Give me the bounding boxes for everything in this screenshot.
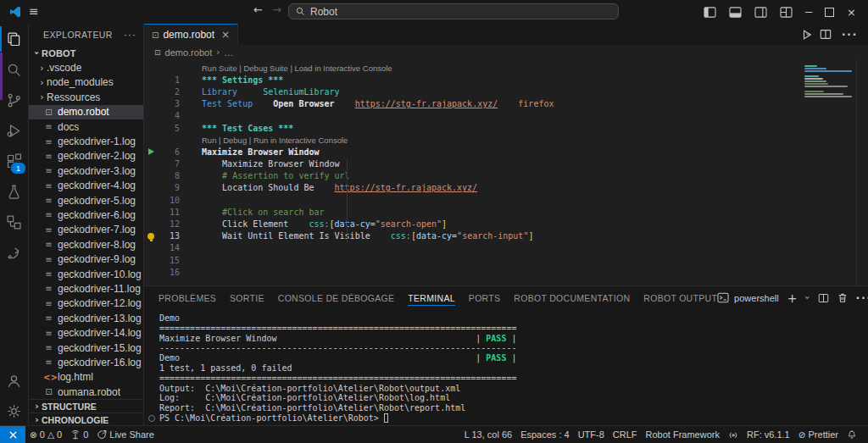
explorer-item-docs[interactable]: ≡docs bbox=[29, 119, 143, 134]
explorer-item-geckodriver-14-log[interactable]: ≡geckodriver-14.log bbox=[29, 325, 143, 340]
code-line[interactable]: 9 Location Should Be https://stg-fr.raja… bbox=[144, 182, 868, 194]
live-share-status[interactable]: Live Share bbox=[92, 426, 159, 443]
code-line[interactable]: 14 bbox=[144, 242, 868, 254]
run-test-icon[interactable] bbox=[148, 148, 154, 155]
activity-live-share[interactable] bbox=[0, 237, 28, 268]
panel-tab-robot-documentation[interactable]: ROBOT DOCUMENTATION bbox=[514, 286, 630, 309]
ports-status[interactable]: 0 bbox=[66, 426, 92, 443]
activity-testing[interactable] bbox=[0, 176, 28, 207]
notifications-button[interactable] bbox=[843, 426, 861, 443]
code-lens[interactable]: Run | Debug | Run in Interactive Console bbox=[202, 136, 348, 145]
scrollbar-track[interactable] bbox=[856, 59, 857, 285]
maximize-button[interactable] bbox=[825, 8, 834, 17]
code-line[interactable]: 7 Maximize Browser Window bbox=[144, 158, 868, 170]
breadcrumb-more[interactable]: … bbox=[224, 47, 233, 58]
breadcrumb-file[interactable]: demo.robot bbox=[165, 47, 213, 58]
robot-framework-version[interactable]: RF: v6.1.1 bbox=[743, 426, 794, 443]
explorer-item-geckodriver-8-log[interactable]: ≡geckodriver-8.log bbox=[29, 237, 143, 252]
minimap[interactable] bbox=[804, 65, 854, 106]
explorer-item-geckodriver-13-log[interactable]: ≡geckodriver-13.log bbox=[29, 311, 143, 325]
split-terminal-icon[interactable] bbox=[818, 293, 829, 303]
terminal-dropdown-icon[interactable]: › bbox=[802, 296, 813, 299]
activity-extensions[interactable]: 1 bbox=[0, 146, 28, 176]
panel-tab-sortie[interactable]: SORTIE bbox=[230, 286, 264, 309]
code-line[interactable]: 3Test Setup Open Browser https://stg-fr.… bbox=[144, 98, 868, 110]
command-center-search[interactable]: Robot bbox=[288, 3, 619, 19]
code-line[interactable]: 8 # Assertion to verify url bbox=[144, 170, 868, 182]
code-line[interactable]: 11 #Click on search bar bbox=[144, 206, 868, 218]
code-editor[interactable]: Run Suite | Debug Suite | Load in Intera… bbox=[144, 59, 868, 285]
explorer-item-geckodriver-11-log[interactable]: ≡geckodriver-11.log bbox=[29, 281, 143, 296]
explorer-item-geckodriver-12-log[interactable]: ≡geckodriver-12.log bbox=[29, 296, 143, 311]
explorer-more-actions[interactable]: ··· bbox=[124, 29, 136, 41]
explorer-item-vscode[interactable]: ›.vscode bbox=[29, 60, 143, 75]
customize-layout-icon[interactable] bbox=[780, 7, 793, 18]
code-line[interactable]: 4 bbox=[144, 110, 868, 122]
toggle-panel-icon[interactable] bbox=[729, 7, 742, 18]
panel-tab-probl-mes[interactable]: PROBLÈMES bbox=[159, 286, 216, 309]
prettier-status[interactable]: ⊘ Prettier bbox=[794, 426, 843, 443]
terminal-output[interactable]: Demo====================================… bbox=[144, 309, 868, 426]
toggle-sidebar-icon[interactable] bbox=[704, 7, 716, 18]
explorer-item-geckodriver-16-log[interactable]: ≡geckodriver-16.log bbox=[29, 355, 143, 369]
close-button[interactable]: × bbox=[847, 6, 856, 19]
code-line[interactable]: 15 bbox=[144, 254, 868, 266]
explorer-item-geckodriver-7-log[interactable]: ≡geckodriver-7.log bbox=[29, 223, 143, 237]
tab-demo-robot[interactable]: ⊡ demo.robot × bbox=[144, 24, 238, 45]
explorer-item-geckodriver-10-log[interactable]: ≡geckodriver-10.log bbox=[29, 267, 143, 281]
panel-more-actions[interactable]: ··· bbox=[856, 291, 868, 306]
encoding-setting[interactable]: UTF-8 bbox=[574, 426, 609, 443]
problems-status[interactable]: ⊗ 0 △ 0 bbox=[25, 426, 66, 443]
breadcrumb[interactable]: ⊡ demo.robot › … bbox=[144, 45, 868, 59]
eol-setting[interactable]: CRLF bbox=[609, 426, 642, 443]
forward-arrow-icon[interactable]: → bbox=[272, 3, 281, 16]
kill-terminal-icon[interactable] bbox=[837, 292, 848, 303]
activity-run-debug[interactable] bbox=[0, 115, 28, 146]
explorer-item-ressources[interactable]: ›Ressources bbox=[29, 90, 143, 104]
code-line[interactable]: 10 bbox=[144, 194, 868, 206]
panel-tab-console-de-d-bogage[interactable]: CONSOLE DE DÉBOGAGE bbox=[278, 286, 395, 309]
remote-indicator[interactable] bbox=[0, 426, 25, 443]
broadcast-status[interactable] bbox=[724, 426, 743, 443]
code-line[interactable]: 2Library SeleniumLibrary bbox=[144, 86, 868, 97]
menu-icon[interactable]: ≡ bbox=[29, 4, 39, 18]
explorer-item-geckodriver-4-log[interactable]: ≡geckodriver-4.log bbox=[29, 179, 143, 193]
code-line[interactable]: 5*** Test Cases *** bbox=[144, 122, 868, 134]
lightbulb-icon[interactable] bbox=[147, 233, 154, 240]
explorer-item-robot[interactable]: ›ROBOT bbox=[29, 46, 143, 60]
explorer-item-geckodriver-15-log[interactable]: ≡geckodriver-15.log bbox=[29, 341, 143, 355]
close-tab-icon[interactable]: × bbox=[221, 29, 230, 41]
split-editor-icon[interactable] bbox=[820, 29, 832, 40]
code-line[interactable]: 1*** Settings *** bbox=[144, 74, 868, 86]
explorer-item-node-modules[interactable]: ›node_modules bbox=[29, 75, 143, 90]
explorer-item-geckodriver-2-log[interactable]: ≡geckodriver-2.log bbox=[29, 149, 143, 163]
activity-explorer[interactable] bbox=[0, 24, 28, 54]
explorer-item-geckodriver-9-log[interactable]: ≡geckodriver-9.log bbox=[29, 252, 143, 266]
explorer-item-geckodriver-1-log[interactable]: ≡geckodriver-1.log bbox=[29, 134, 143, 148]
indentation-setting[interactable]: Espaces : 4 bbox=[516, 426, 573, 443]
new-terminal-button[interactable]: + bbox=[787, 291, 798, 305]
code-line[interactable]: 6Maximize Browser Window bbox=[144, 146, 868, 158]
activity-source-control[interactable] bbox=[0, 85, 28, 115]
code-line[interactable]: 16 bbox=[144, 266, 868, 278]
explorer-item-geckodriver-6-log[interactable]: ≡geckodriver-6.log bbox=[29, 208, 143, 222]
activity-search[interactable] bbox=[0, 54, 28, 85]
terminal-shell-label[interactable]: powershell bbox=[734, 293, 779, 303]
language-mode[interactable]: Robot Framework bbox=[642, 426, 724, 443]
explorer-item-oumana-robot[interactable]: ⊡oumana.robot bbox=[29, 385, 143, 399]
minimize-button[interactable]: ─ bbox=[805, 6, 812, 19]
settings-button[interactable] bbox=[0, 396, 28, 426]
run-file-button[interactable]: › bbox=[801, 29, 810, 41]
back-arrow-icon[interactable]: ← bbox=[253, 3, 263, 16]
explorer-item-demo-robot[interactable]: ⊡demo.robot bbox=[29, 105, 143, 119]
explorer-item-geckodriver-3-log[interactable]: ≡geckodriver-3.log bbox=[29, 163, 143, 178]
account-button[interactable] bbox=[0, 365, 28, 396]
section-structure[interactable]: ›STRUCTURE bbox=[29, 399, 143, 413]
panel-tab-ports[interactable]: PORTS bbox=[469, 286, 500, 309]
editor-more-actions[interactable]: ··· bbox=[842, 27, 858, 42]
code-lens[interactable]: Run Suite | Debug Suite | Load in Intera… bbox=[202, 64, 392, 73]
activity-robot-blocks[interactable] bbox=[0, 207, 28, 237]
explorer-item-log-html[interactable]: <>log.html bbox=[29, 370, 143, 385]
code-line[interactable]: 13 Wait Until Element Is Visible css:[da… bbox=[144, 230, 868, 242]
panel-tab-robot-output[interactable]: ROBOT OUTPUT bbox=[643, 286, 717, 309]
